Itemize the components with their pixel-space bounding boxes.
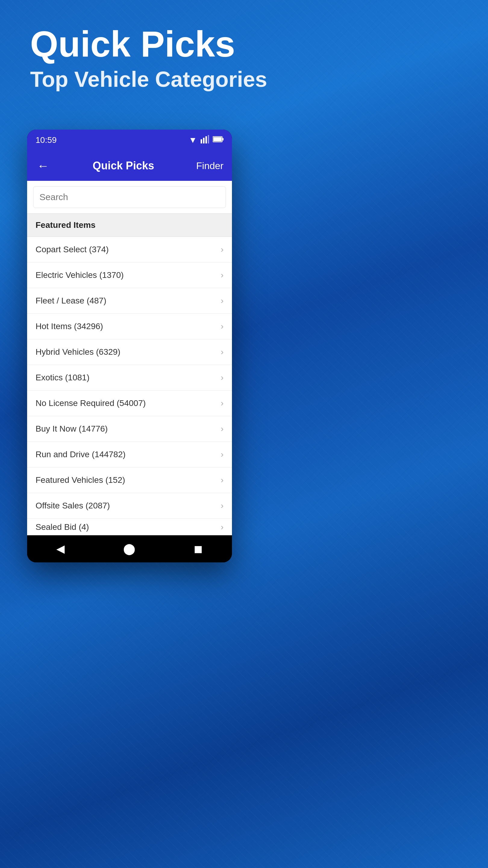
list-item[interactable]: Hot Items (34296) ›: [27, 314, 232, 339]
list-item-arrow-6: ›: [221, 398, 224, 408]
list-item-text: Offsite Sales (2087): [36, 501, 110, 510]
nav-home-button[interactable]: ⬤: [123, 542, 135, 555]
nav-recents-button[interactable]: ◼: [194, 542, 203, 555]
list-item-arrow-2: ›: [221, 296, 224, 306]
finder-button[interactable]: Finder: [196, 160, 224, 172]
list-item[interactable]: No License Required (54007) ›: [27, 391, 232, 416]
list-item[interactable]: Exotics (1081) ›: [27, 365, 232, 391]
app-bar-title: Quick Picks: [93, 159, 154, 172]
battery-icon: [213, 136, 224, 144]
wifi-icon: ▼: [189, 135, 197, 145]
list-item[interactable]: Offsite Sales (2087) ›: [27, 493, 232, 519]
list-item-text: Copart Select (374): [36, 245, 109, 254]
back-button[interactable]: ←: [36, 158, 51, 174]
status-time: 10:59: [36, 135, 57, 145]
list-item-text: Featured Vehicles (152): [36, 475, 125, 485]
list-item[interactable]: Run and Drive (144782) ›: [27, 442, 232, 467]
list-item-arrow-4: ›: [221, 347, 224, 357]
svg-rect-2: [205, 136, 207, 144]
bg-main-title: Quick Picks: [30, 24, 267, 64]
app-bar: ← Quick Picks Finder: [27, 151, 232, 181]
list-item-partial[interactable]: Sealed Bid (4) ›: [27, 519, 232, 535]
list-item-arrow-0: ›: [221, 245, 224, 254]
svg-rect-6: [213, 137, 222, 141]
list-item-text: Hot Items (34296): [36, 321, 103, 331]
list-item-text: Electric Vehicles (1370): [36, 270, 124, 280]
status-icons: ▼: [189, 135, 224, 145]
svg-rect-1: [203, 138, 204, 144]
status-bar: 10:59 ▼: [27, 130, 232, 151]
nav-back-button[interactable]: ◀: [56, 542, 65, 555]
bg-subtitle: Top Vehicle Categories: [30, 67, 267, 92]
list-item-arrow-8: ›: [221, 450, 224, 459]
list-items-container: Copart Select (374) › Electric Vehicles …: [27, 237, 232, 519]
list-item[interactable]: Fleet / Lease (487) ›: [27, 288, 232, 314]
list-item-arrow-3: ›: [221, 321, 224, 331]
phone-container: 10:59 ▼ ← Quick Picks: [27, 130, 232, 562]
search-input[interactable]: [33, 186, 226, 208]
list-item-text: Buy It Now (14776): [36, 424, 108, 434]
list-item[interactable]: Copart Select (374) ›: [27, 237, 232, 262]
svg-rect-3: [208, 135, 209, 144]
list-item-text: No License Required (54007): [36, 398, 146, 408]
list-item-arrow-10: ›: [221, 501, 224, 510]
list-item[interactable]: Hybrid Vehicles (6329) ›: [27, 339, 232, 365]
list-item-text: Fleet / Lease (487): [36, 296, 106, 306]
bottom-nav-bar: ◀ ⬤ ◼: [27, 535, 232, 562]
section-header-featured: Featured Items: [27, 214, 232, 237]
svg-rect-5: [222, 138, 224, 141]
search-container: [27, 181, 232, 214]
list-container: Featured Items Copart Select (374) › Ele…: [27, 214, 232, 535]
list-item-arrow-9: ›: [221, 475, 224, 485]
list-item-text: Exotics (1081): [36, 373, 90, 382]
list-item[interactable]: Buy It Now (14776) ›: [27, 416, 232, 442]
list-item-arrow-5: ›: [221, 373, 224, 382]
list-item-arrow-1: ›: [221, 270, 224, 280]
partial-item-text: Sealed Bid (4): [36, 522, 89, 532]
list-item[interactable]: Featured Vehicles (152) ›: [27, 467, 232, 493]
list-item-text: Run and Drive (144782): [36, 450, 126, 459]
partial-item-arrow: ›: [221, 522, 224, 532]
background-header: Quick Picks Top Vehicle Categories: [30, 24, 267, 92]
signal-icon: [201, 135, 209, 145]
list-item[interactable]: Electric Vehicles (1370) ›: [27, 262, 232, 288]
svg-rect-0: [201, 139, 202, 144]
list-item-arrow-7: ›: [221, 424, 224, 434]
list-item-text: Hybrid Vehicles (6329): [36, 347, 121, 357]
